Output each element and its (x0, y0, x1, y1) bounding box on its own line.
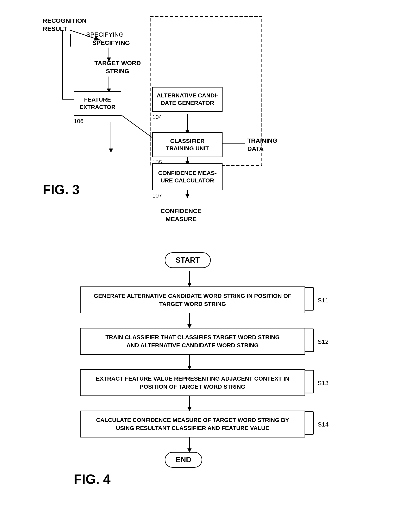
step-s12-box: TRAIN CLASSIFIER THAT CLASSIFIES TARGET … (80, 328, 305, 355)
step-s11-box: GENERATE ALTERNATIVE CANDIDATE WORD STRI… (80, 286, 305, 313)
fig3-diagram: RECOGNITIONRESULT SPECIFYING (30, 12, 382, 230)
step-s12-label: S12 (318, 338, 329, 345)
alt-candidate-gen-box: ALTERNATIVE CANDI-DATE GENERATOR (152, 87, 222, 112)
start-box: START (165, 252, 211, 268)
step-s13-label: S13 (318, 380, 329, 387)
label-104: 104 (152, 114, 162, 120)
svg-marker-9 (109, 149, 113, 153)
label-106: 106 (74, 118, 83, 124)
step-s11-label: S11 (318, 297, 329, 304)
end-box: END (165, 452, 202, 468)
confidence-measure-label: CONFIDENCEMEASURE (161, 207, 201, 223)
recognition-result-label: RECOGNITIONRESULT (43, 17, 87, 33)
training-data-label: TRAININGDATA (247, 136, 277, 153)
step-s13-box: EXTRACT FEATURE VALUE REPRESENTING ADJAC… (80, 369, 305, 396)
label-107: 107 (152, 192, 162, 199)
arrow-recog-to-specifying (70, 34, 71, 47)
specifying-text: SPECIFYING (92, 39, 130, 46)
fig4-label: FIG. 4 (74, 472, 110, 487)
fig4-diagram: START (61, 246, 351, 525)
fig3-label: FIG. 3 (43, 182, 80, 197)
target-word-string-label: TARGET WORDSTRING (94, 59, 141, 75)
feature-extractor-box: FEATUREEXTRACTOR (74, 91, 121, 116)
classifier-training-box: CLASSIFIERTRAINING UNIT (152, 132, 222, 157)
confidence-calc-box: CONFIDENCE MEAS-URE CALCULATOR (152, 163, 222, 190)
step-s14-label: S14 (318, 421, 329, 428)
specifying-label: SPECIFYING (86, 31, 124, 38)
svg-marker-19 (185, 194, 190, 198)
step-s14-box: CALCULATE CONFIDENCE MEASURE OF TARGET W… (80, 411, 305, 437)
page: RECOGNITIONRESULT SPECIFYING (0, 0, 412, 532)
